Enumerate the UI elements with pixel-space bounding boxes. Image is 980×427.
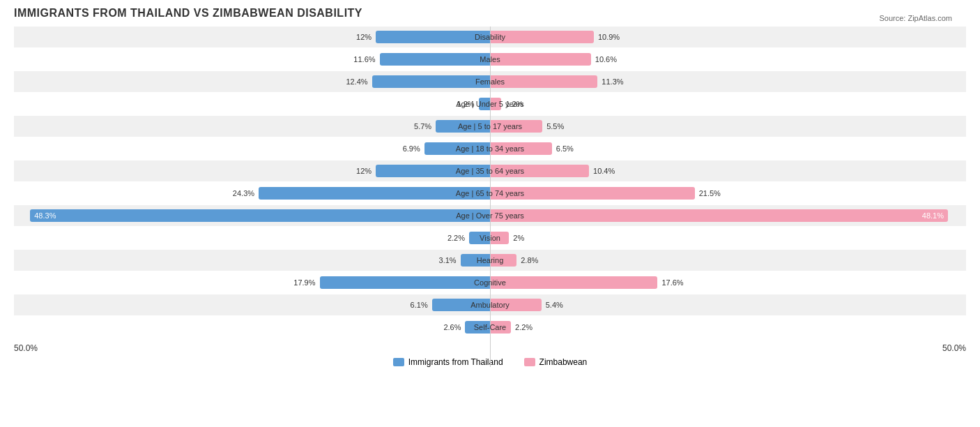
bar-label: Vision [480,234,500,242]
bar-right [490,75,597,88]
right-section: 1.2% [490,93,966,114]
bar-left: 48.3% [30,209,490,222]
bar-right: 48.1% [490,209,948,222]
value-left: 2.6% [443,323,462,331]
bar-label: Ambulatory [470,301,510,309]
bar-label: Females [475,77,505,86]
value-left: 12.4% [346,77,369,86]
value-left: 11.6% [353,55,376,63]
left-section: 6.9% [14,138,490,159]
bar-label: Disability [475,33,505,41]
chart-title: IMMIGRANTS FROM THAILAND VS ZIMBABWEAN D… [14,7,966,20]
right-section: 17.6% [490,272,966,293]
left-section: 1.2% [14,93,490,114]
value-right: 21.5% [698,189,721,197]
source-label: Source: ZipAtlas.com [879,14,952,22]
right-section: 48.1% [490,205,966,226]
bar-left [376,31,490,43]
left-section: 2.2% [14,227,490,248]
value-right: 10.4% [592,167,615,175]
bottom-label-right: 50.0% [490,343,966,353]
value-right: 10.6% [594,55,617,63]
legend-label-zimbabwean: Zimbabwean [539,357,588,367]
value-left: 17.9% [293,278,316,287]
value-left: 3.1% [439,256,458,264]
left-section: 48.3% [14,205,490,226]
bar-label: Self-Care [474,323,506,331]
legend-item-zimbabwean: Zimbabwean [524,357,588,367]
left-section: 12% [14,160,490,181]
value-left: 12% [356,33,373,41]
right-section: 10.4% [490,160,966,181]
bar-left [380,53,490,66]
bar-label: Males [480,55,500,63]
left-section: 12% [14,27,490,47]
bar-label: Cognitive [474,278,506,287]
value-left: 24.3% [233,189,256,197]
value-left: 12% [356,167,373,175]
value-left: 6.1% [411,301,429,309]
value-right: 2% [512,234,524,242]
bar-label: Age | Under 5 years [456,100,524,108]
right-section: 10.9% [490,27,966,47]
right-section: 10.6% [490,49,966,70]
left-section: 3.1% [14,250,490,271]
right-section: 11.3% [490,71,966,92]
left-section: 2.6% [14,317,490,338]
right-section: 6.5% [490,138,966,159]
bar-label: Hearing [477,256,504,264]
bar-right [490,31,594,43]
value-left: 48.3% [30,211,56,220]
value-left: 2.2% [447,234,466,242]
value-right: 2.8% [519,256,538,264]
left-section: 6.1% [14,294,490,315]
left-section: 24.3% [14,183,490,204]
legend-label-thailand: Immigrants from Thailand [408,357,503,367]
left-section: 12.4% [14,71,490,92]
legend-color-zimbabwean [524,358,535,366]
right-section: 21.5% [490,183,966,204]
chart-area: 12% Disability 10.9% 11.6% Males 10.6% [14,27,966,367]
bar-label: Age | 5 to 17 years [458,122,522,130]
bar-left [320,276,491,289]
right-section: 5.5% [490,116,966,137]
value-right: 5.4% [544,301,563,309]
bar-label: Age | Over 75 years [456,211,524,220]
right-section: 5.4% [490,294,966,315]
bar-label: Age | 18 to 34 years [456,144,524,153]
legend-color-thailand [393,358,404,366]
bar-label: Age | 35 to 64 years [456,167,524,175]
value-right: 10.9% [597,33,620,41]
bar-label: Age | 65 to 74 years [456,189,524,197]
value-left: 5.7% [414,122,433,130]
left-section: 17.9% [14,272,490,293]
right-section: 2.8% [490,250,966,271]
value-right: 2.2% [514,323,533,331]
value-right: 6.5% [555,144,574,153]
right-section: 2% [490,227,966,248]
value-right: 5.5% [545,122,564,130]
legend-item-thailand: Immigrants from Thailand [393,357,503,367]
value-right: 11.3% [600,77,623,86]
bar-left [372,75,490,88]
bottom-label-left: 50.0% [14,343,490,353]
left-section: 11.6% [14,49,490,70]
right-section: 2.2% [490,317,966,338]
bar-right [490,276,657,289]
left-section: 5.7% [14,116,490,137]
value-right: 17.6% [660,278,683,287]
value-right: 48.1% [922,211,948,220]
bar-right [490,53,591,66]
value-left: 6.9% [403,144,422,153]
